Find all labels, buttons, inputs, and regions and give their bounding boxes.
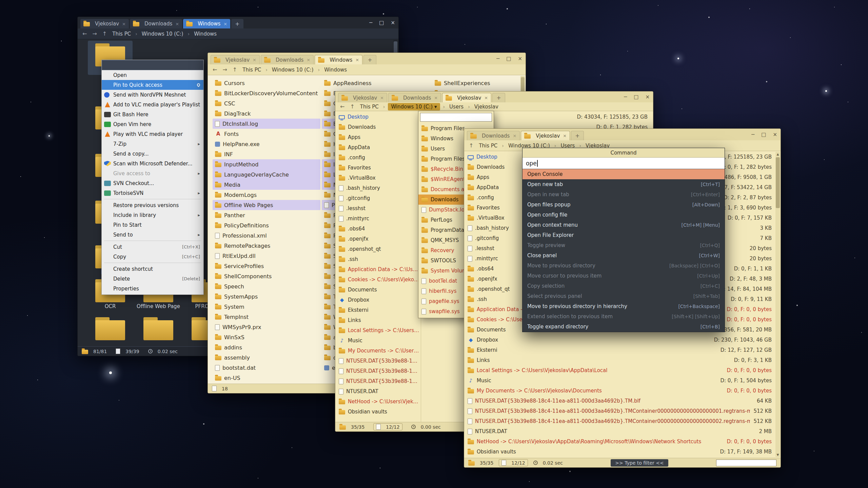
- tab-vjekoslav[interactable]: Vjekoslav×: [521, 131, 570, 140]
- file-item-languageoverlaycache[interactable]: LanguageOverlayCache: [213, 169, 320, 180]
- file-item-fonts[interactable]: AFonts: [213, 129, 320, 139]
- tab-close-icon[interactable]: ×: [307, 57, 310, 62]
- new-tab-button[interactable]: +: [571, 131, 584, 140]
- sidebar-item-apps[interactable]: Apps: [335, 132, 421, 142]
- new-tab-button[interactable]: +: [363, 55, 376, 64]
- sidebar-item-application-data[interactable]: Application Data -> C:\Users\Vjeko...: [335, 264, 421, 274]
- tab-vjekoslav[interactable]: Vjekoslav×: [442, 93, 491, 102]
- window-minimize-button[interactable]: ─: [369, 20, 372, 26]
- sidebar-item-ntuser-dat[interactable]: NTUSER.DAT: [335, 386, 421, 396]
- folder-tile[interactable]: [88, 314, 133, 346]
- titlebar[interactable]: Vjekoslav×Downloads×Windows×+ ─□×: [78, 17, 398, 28]
- window-maximize-button[interactable]: □: [634, 94, 638, 100]
- breadcrumb-windows-10-c[interactable]: Windows 10 (C:): [140, 30, 185, 37]
- nav-back-button[interactable]: ←: [82, 30, 87, 37]
- sidebar-item-favorites[interactable]: Favorites: [335, 163, 421, 173]
- file-item-rtlexupd-dll[interactable]: RtlExUpd.dll: [213, 251, 320, 261]
- file-item-bootstat-dat[interactable]: bootstat.dat: [213, 363, 320, 373]
- file-item-en-us[interactable]: en-US: [213, 373, 320, 383]
- window-minimize-button[interactable]: ─: [751, 131, 754, 138]
- file-row-music[interactable]: ♪MusicD: 0, F: 1, 504 bytes: [464, 375, 775, 386]
- menu-item-open-vim-here[interactable]: Open Vim here: [102, 119, 203, 129]
- tab-close-icon[interactable]: ×: [175, 21, 179, 26]
- file-item-inf[interactable]: INF: [213, 149, 320, 159]
- menu-item-svn-checkout[interactable]: SVN Checkout...: [102, 178, 203, 188]
- nav-fwd-button[interactable]: →: [222, 66, 228, 73]
- tab-downloads[interactable]: Downloads×: [261, 55, 314, 64]
- file-item-helppane-exe[interactable]: HelpPane.exe: [213, 139, 320, 149]
- file-item-dtcinstall-log[interactable]: DtcInstall.log: [213, 119, 320, 129]
- window-maximize-button[interactable]: □: [506, 56, 511, 62]
- command-item-move-to-previous-directory[interactable]: Move to previous directory[Backspace] [C…: [522, 261, 725, 271]
- tab-close-icon[interactable]: ×: [122, 21, 126, 26]
- sidebar-item-local-settings[interactable]: Local Settings -> C:\Users\Vjekoslav\App…: [335, 325, 421, 336]
- menu-item-7-zip[interactable]: 7-Zip▸: [102, 139, 203, 149]
- breadcrumb-windows-10-c[interactable]: Windows 10 (C:): [271, 66, 315, 73]
- command-item-open-context-menu[interactable]: Open context menu[Ctrl+M] [Menu]: [522, 220, 725, 230]
- file-item-inputmethod[interactable]: InputMethod: [213, 159, 320, 169]
- nav-up-button[interactable]: ↑: [468, 142, 474, 149]
- breadcrumb-windows[interactable]: Windows: [323, 66, 348, 73]
- tab-close-icon[interactable]: ×: [380, 95, 384, 100]
- scrollbar-thumb[interactable]: [776, 157, 780, 208]
- command-item-open-console[interactable]: Open Console: [522, 169, 725, 179]
- window-close-button[interactable]: ×: [391, 20, 395, 26]
- file-item-shellexperiences[interactable]: ShellExperiences: [432, 78, 525, 88]
- file-item-policydefinitions[interactable]: PolicyDefinitions: [213, 220, 320, 230]
- sidebar-item-my-documents[interactable]: My Documents -> C:\Users\Vjekoslav\Docum…: [335, 346, 421, 356]
- menu-item-git-bash-here[interactable]: Git Bash Here: [102, 109, 203, 119]
- menu-item-include-in-library[interactable]: Include in library▸: [102, 210, 203, 220]
- command-item-toggle-preview[interactable]: Toggle preview[Ctrl+Q]: [522, 240, 725, 250]
- tab-close-icon[interactable]: ×: [484, 95, 488, 100]
- sidebar-item-ntuser-dat-53b39e88-18c4-11ea-a811-000d3aa4692b-tmcontainer00000000000000000001-regtrans-ms[interactable]: NTUSER.DAT{53b39e88-18c4-11ea-a811-000d3…: [335, 366, 421, 376]
- file-item-systemapps[interactable]: SystemApps: [213, 291, 320, 302]
- breadcrumb-this-pc[interactable]: This PC: [241, 66, 262, 73]
- menu-item-copy[interactable]: Copy[Ctrl+C]: [102, 252, 203, 262]
- sidebar-item-gitconfig[interactable]: .gitconfig: [335, 193, 421, 203]
- nav-back-button[interactable]: ←: [212, 66, 218, 73]
- tab-close-icon[interactable]: ×: [513, 133, 516, 138]
- scrollbar[interactable]: ▲ ▼: [775, 152, 780, 457]
- file-row-eksterni[interactable]: EksterniD: 12, F: 127, 12 GB: [464, 345, 775, 355]
- file-item-media[interactable]: Media: [213, 180, 320, 190]
- menu-item-restore-previous-versions[interactable]: Restore previous versions: [102, 200, 203, 210]
- command-item-copy-selection[interactable]: Copy selection[Ctrl+C]: [522, 281, 725, 291]
- command-item-open-config-file[interactable]: Open config file: [522, 210, 725, 220]
- folder-tile[interactable]: [136, 314, 181, 346]
- file-item-offline-web-pages[interactable]: Offline Web Pages: [213, 200, 320, 210]
- file-item-addins[interactable]: addins: [213, 342, 320, 352]
- file-item-panther[interactable]: Panther: [213, 210, 320, 220]
- file-row-links[interactable]: LinksD: 0, F: 3, 1 KB: [464, 355, 775, 365]
- tab-close-icon[interactable]: ×: [563, 133, 567, 138]
- menu-item-give-access-to[interactable]: Give access to▸: [102, 168, 203, 178]
- nav-up-button[interactable]: ↑: [349, 103, 355, 110]
- menu-item-pin-to-quick-access[interactable]: Pin to Quick access: [102, 80, 203, 90]
- breadcrumb-users[interactable]: Users: [448, 103, 465, 110]
- menu-item-delete[interactable]: Delete[Delete]: [102, 274, 203, 284]
- window-minimize-button[interactable]: ─: [496, 56, 499, 62]
- file-item-cursors[interactable]: Cursors: [213, 78, 320, 88]
- file-item-professional-xml[interactable]: Professional.xml: [213, 230, 320, 241]
- menu-item-properties[interactable]: Properties: [102, 284, 203, 293]
- command-item-open-new-tab[interactable]: Open new tab[Ctrl+T]: [522, 179, 725, 189]
- sidebar-item-lesshst[interactable]: .lesshst: [335, 203, 421, 214]
- sidebar-item-links[interactable]: Links: [335, 315, 421, 325]
- sidebar-item-documents[interactable]: Documents: [335, 285, 421, 295]
- palette-search-input[interactable]: ope: [522, 158, 725, 169]
- sidebar-item-config[interactable]: .config: [335, 152, 421, 163]
- menu-item-create-shortcut[interactable]: Create shortcut: [102, 264, 203, 274]
- sidebar-item-appdata[interactable]: AppData: [335, 142, 421, 152]
- window-close-button[interactable]: ×: [645, 94, 650, 100]
- file-row-dropbox[interactable]: ◆DropboxD: 230, F: 1043, 46 GB: [464, 335, 775, 345]
- nav-back-button[interactable]: ←: [339, 103, 345, 110]
- nav-fwd-button[interactable]: →: [92, 30, 97, 37]
- file-row-local-settings[interactable]: Local Settings -> C:\Users\Vjekoslav\App…: [464, 365, 775, 375]
- menu-item-scan-with-microsoft-defender[interactable]: Scan with Microsoft Defender...: [102, 159, 203, 168]
- file-row-my-documents[interactable]: My Documents -> C:\Users\Vjekoslav\Docum…: [464, 386, 775, 396]
- breadcrumb-this-pc[interactable]: This PC: [359, 103, 380, 110]
- file-item-winsxs[interactable]: WinSxS: [213, 332, 320, 342]
- tab-close-icon[interactable]: ×: [355, 57, 359, 62]
- file-item-remotepackages[interactable]: RemotePackages: [213, 241, 320, 251]
- file-item-system[interactable]: System: [213, 302, 320, 312]
- filter-input[interactable]: [716, 460, 776, 466]
